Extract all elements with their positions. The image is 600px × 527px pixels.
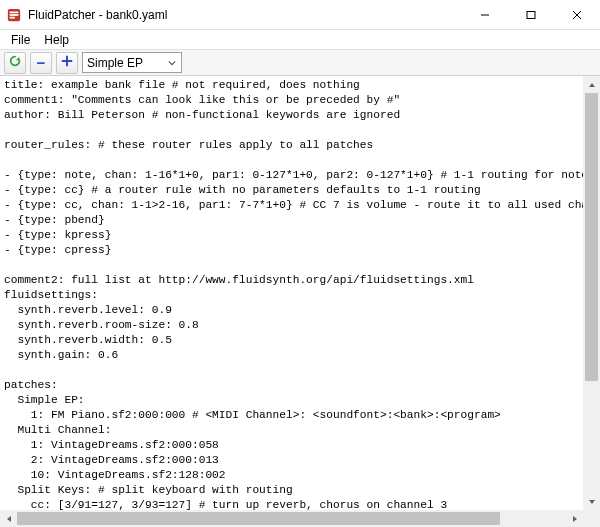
svg-rect-3 xyxy=(10,16,15,18)
add-button[interactable] xyxy=(56,52,78,74)
vertical-scrollbar[interactable] xyxy=(583,76,600,510)
patch-select-value: Simple EP xyxy=(87,56,161,70)
vertical-scroll-thumb[interactable] xyxy=(585,93,598,381)
horizontal-scroll-track[interactable] xyxy=(17,510,566,527)
refresh-icon xyxy=(8,54,22,71)
window-maximize-button[interactable] xyxy=(508,0,554,29)
scroll-corner xyxy=(583,510,600,527)
editor-area: title: example bank file # not required,… xyxy=(0,76,600,527)
scroll-right-arrow-icon[interactable] xyxy=(566,510,583,527)
title-bar: FluidPatcher - bank0.yaml xyxy=(0,0,600,30)
menu-help[interactable]: Help xyxy=(37,31,76,49)
scroll-up-arrow-icon[interactable] xyxy=(583,76,600,93)
app-icon xyxy=(6,7,22,23)
window-close-button[interactable] xyxy=(554,0,600,29)
minus-icon: − xyxy=(37,55,46,70)
menu-file[interactable]: File xyxy=(4,31,37,49)
patch-select[interactable]: Simple EP xyxy=(82,52,182,73)
toolbar: − Simple EP xyxy=(0,50,600,76)
svg-rect-1 xyxy=(10,11,19,13)
refresh-button[interactable] xyxy=(4,52,26,74)
plus-icon xyxy=(60,54,74,71)
scroll-down-arrow-icon[interactable] xyxy=(583,493,600,510)
window-controls xyxy=(462,0,600,29)
horizontal-scroll-thumb[interactable] xyxy=(17,512,500,525)
scroll-left-arrow-icon[interactable] xyxy=(0,510,17,527)
remove-button[interactable]: − xyxy=(30,52,52,74)
window-title: FluidPatcher - bank0.yaml xyxy=(28,8,167,22)
svg-rect-5 xyxy=(527,11,535,18)
yaml-editor[interactable]: title: example bank file # not required,… xyxy=(0,76,583,510)
chevron-down-icon xyxy=(167,59,177,67)
menu-bar: File Help xyxy=(0,30,600,50)
window-minimize-button[interactable] xyxy=(462,0,508,29)
vertical-scroll-track[interactable] xyxy=(583,93,600,493)
svg-rect-2 xyxy=(10,14,19,16)
horizontal-scrollbar[interactable] xyxy=(0,510,583,527)
